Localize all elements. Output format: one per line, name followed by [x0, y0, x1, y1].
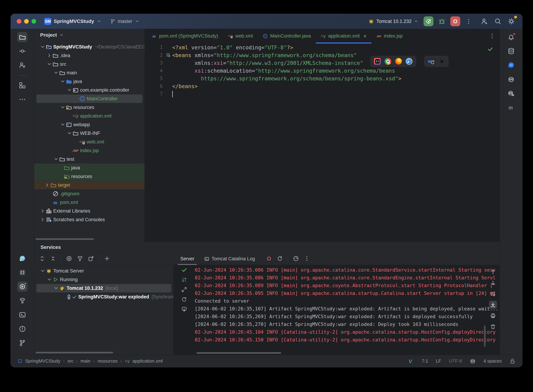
- close-tab-icon[interactable]: ×: [363, 33, 367, 39]
- add-button[interactable]: [104, 256, 110, 262]
- zoom-window-button[interactable]: [32, 19, 36, 24]
- chevron-right-icon[interactable]: [44, 182, 50, 188]
- services-hscrollbar[interactable]: [36, 352, 113, 353]
- project-widget[interactable]: SM SpringMVCStudy: [44, 18, 102, 25]
- rerun-icon[interactable]: [425, 18, 431, 24]
- sync-gutter-button[interactable]: [181, 296, 187, 303]
- toolwindow-notifications-button[interactable]: [506, 32, 516, 42]
- indent-setting[interactable]: 4 spaces: [483, 358, 502, 364]
- console-hscrollbar[interactable]: [196, 352, 281, 354]
- minimize-window-button[interactable]: [24, 19, 29, 24]
- scroll-box-gutter-button[interactable]: [181, 306, 187, 313]
- file-encoding[interactable]: UTF-8: [449, 358, 462, 364]
- chevron-down-icon[interactable]: [66, 87, 73, 93]
- soft-wrap-button[interactable]: [489, 290, 497, 298]
- more-actions-button[interactable]: [464, 16, 474, 26]
- scroll-end-button[interactable]: [489, 301, 497, 309]
- project-tree-item--gitignore[interactable]: .gitignore: [36, 190, 142, 198]
- editor[interactable]: 1<?xml version="1.0" encoding="UTF-8"?>2…: [145, 43, 500, 242]
- toolwindow-version-control-button[interactable]: [17, 338, 28, 348]
- console-tab-tomcat-catalina-log[interactable]: Tomcat Catalina Log: [199, 253, 260, 265]
- toolwindow-maven-button[interactable]: m: [506, 103, 516, 113]
- profiler-button[interactable]: [293, 256, 299, 262]
- toolwindow-pull-requests-button[interactable]: ?: [17, 60, 28, 70]
- chevron-down-icon[interactable]: [53, 156, 59, 162]
- toolwindow-database-button[interactable]: [506, 46, 516, 56]
- project-tree-item-index-jsp[interactable]: JSPindex.jsp: [36, 146, 142, 155]
- toolwindow-problems-button[interactable]: [17, 324, 28, 334]
- breadcrumb-item[interactable]: application.xml: [133, 358, 163, 364]
- settings-button[interactable]: [506, 16, 516, 26]
- branch-widget[interactable]: master: [110, 19, 140, 24]
- project-tree-item-external-libraries[interactable]: External Libraries: [36, 207, 142, 215]
- project-tree-item-scratches-and-consoles[interactable]: Scratches and Consoles: [36, 215, 142, 224]
- chevron-down-icon[interactable]: [60, 122, 66, 128]
- project-tree-item-resources[interactable]: resources: [36, 103, 142, 112]
- services-tree-item-tomcat-server[interactable]: Tomcat Server: [36, 267, 171, 275]
- project-tree-item-application-xml[interactable]: </>application.xml: [36, 112, 142, 120]
- breadcrumb-item[interactable]: SpringMVCStudy: [25, 358, 60, 364]
- project-tree-item-java[interactable]: java: [36, 77, 142, 86]
- clear-button[interactable]: [489, 322, 497, 331]
- breadcrumb-item[interactable]: resources: [98, 358, 117, 364]
- breadcrumb-item[interactable]: src: [67, 358, 74, 364]
- project-tree-item-target[interactable]: target: [34, 181, 145, 189]
- view-options-button[interactable]: [66, 256, 72, 262]
- chevron-down-icon[interactable]: [39, 44, 46, 50]
- line-ending[interactable]: LF: [436, 358, 441, 364]
- stop-button[interactable]: [266, 256, 272, 262]
- services-tree-item-running[interactable]: Running: [36, 275, 171, 284]
- unlock-icon[interactable]: [510, 358, 515, 364]
- chevron-down-icon[interactable]: [46, 276, 52, 283]
- project-panel-header[interactable]: Project: [34, 29, 145, 42]
- chevron-down-icon[interactable]: [46, 61, 52, 67]
- chevron-down-icon[interactable]: [60, 79, 66, 84]
- project-tree-item-web-inf[interactable]: WEB-INF: [36, 129, 142, 137]
- chevron-down-icon[interactable]: [60, 104, 66, 110]
- safari-icon[interactable]: [406, 58, 412, 65]
- close-window-button[interactable]: [17, 19, 21, 24]
- filter-button[interactable]: [77, 256, 83, 262]
- ideavim-icon[interactable]: V: [408, 358, 414, 364]
- chevron-down-icon[interactable]: [39, 268, 46, 274]
- inspections-ok-icon[interactable]: [487, 46, 493, 52]
- project-tree-item-web-xml[interactable]: </>web.xml: [36, 138, 142, 146]
- project-tree-item-springmvcstudy[interactable]: SpringMVCStudy~/Desktop/CS/JavaEE/3: [36, 43, 142, 51]
- maven-reload-icon[interactable]: m: [428, 58, 435, 65]
- refresh-button[interactable]: [277, 256, 283, 262]
- tab-pom-xml-springmvcstudy-[interactable]: mpom.xml (SpringMVCStudy): [147, 29, 223, 43]
- deploy-arrows-gutter-button[interactable]: [181, 277, 187, 283]
- stop-button[interactable]: [450, 16, 460, 26]
- toolwindow-more-toolwindows-button[interactable]: [17, 94, 28, 104]
- add-user-button[interactable]: [480, 16, 490, 26]
- chevron-down-icon[interactable]: [66, 130, 73, 136]
- project-tree-item-webapp[interactable]: webapp: [36, 120, 142, 129]
- tab-maincontroller-java[interactable]: CMainController.java: [258, 29, 316, 43]
- chevron-down-icon[interactable]: [53, 70, 59, 76]
- project-tree-item-com-example-controller[interactable]: com.example.controller: [36, 86, 142, 94]
- toolwindow-bookmarks-button[interactable]: [17, 267, 28, 278]
- console-tab-server[interactable]: Server: [175, 253, 199, 265]
- project-hscrollbar[interactable]: [36, 238, 94, 240]
- project-tree-item-main[interactable]: main: [36, 69, 142, 77]
- arrow-up-button[interactable]: [489, 268, 497, 276]
- arrow-down-button[interactable]: [489, 279, 497, 287]
- chevron-down-icon[interactable]: [53, 285, 59, 291]
- close-icon[interactable]: [439, 58, 445, 64]
- check-gutter-button[interactable]: [181, 267, 187, 274]
- kebab-icon[interactable]: [489, 33, 495, 39]
- toolwindow-terminal-button[interactable]: [17, 310, 28, 320]
- spring-gutter-icon[interactable]: [166, 53, 171, 58]
- project-tree-item-pom-xml[interactable]: mpom.xml: [36, 198, 142, 207]
- tab-application-xml[interactable]: </>application.xml×: [316, 29, 372, 43]
- toolwindow-structure-button[interactable]: [17, 80, 28, 90]
- intellij-preview-icon[interactable]: [374, 58, 381, 65]
- toolwindow-services-button[interactable]: [17, 281, 28, 292]
- expand-all-button[interactable]: [39, 256, 45, 262]
- debug-button[interactable]: [437, 16, 447, 26]
- toolwindow-build-button[interactable]: [17, 296, 28, 306]
- project-tree-item-test[interactable]: test: [36, 155, 142, 163]
- toolwindow-project-button[interactable]: [17, 32, 28, 42]
- console-log[interactable]: 02-Jun-2024 10:26:35.086 INFO [main] org…: [195, 265, 500, 355]
- tab-web-xml[interactable]: </>web.xml: [223, 29, 258, 43]
